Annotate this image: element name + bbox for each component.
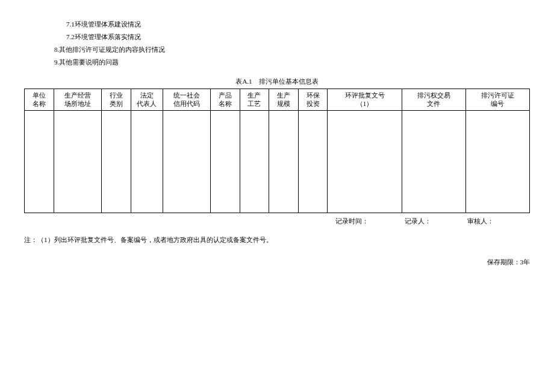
th-eia-approval: 环评批复文号（1） [328, 89, 402, 111]
table-footer-labels: 记录时间： 记录人： 审核人： [24, 217, 530, 226]
outline-item-8: 8.其他排污许可证规定的内容执行情况 [54, 43, 530, 56]
th-address: 生产经营场所地址 [54, 89, 101, 111]
cell [269, 111, 299, 213]
table-row [25, 111, 530, 213]
outline-section: 7.1环境管理体系建设情况 7.2环境管理体系落实情况 8.其他排污许可证规定的… [66, 18, 530, 69]
table-title: 表A.1 排污单位基本信息表 [24, 77, 530, 86]
auditor-label: 审核人： [467, 217, 494, 226]
retention-period: 保存期限：3年 [24, 258, 530, 267]
footnote: 注：（1）列出环评批复文件号、备案编号，或者地方政府出具的认定或备案文件号。 [24, 235, 530, 244]
cell [402, 111, 465, 213]
table-header-row: 单位名称 生产经营场所地址 行业类别 法定代表人 统一社会信用代码 产品名称 生… [25, 89, 530, 111]
th-unit-name: 单位名称 [25, 89, 54, 111]
outline-item-7-1: 7.1环境管理体系建设情况 [66, 18, 530, 31]
cell [102, 111, 131, 213]
outline-item-9: 9.其他需要说明的问题 [54, 56, 530, 69]
cell [163, 111, 210, 213]
th-credit-code: 统一社会信用代码 [163, 89, 210, 111]
cell [328, 111, 402, 213]
cell [240, 111, 269, 213]
info-table: 单位名称 生产经营场所地址 行业类别 法定代表人 统一社会信用代码 产品名称 生… [24, 89, 530, 214]
th-industry: 行业类别 [102, 89, 131, 111]
cell [465, 111, 529, 213]
record-time-label: 记录时间： [335, 217, 369, 226]
cell [25, 111, 54, 213]
th-legal-rep: 法定代表人 [131, 89, 163, 111]
th-product-name: 产品名称 [211, 89, 240, 111]
outline-item-7-2: 7.2环境管理体系落实情况 [66, 31, 530, 43]
th-permit-no: 排污许可证编号 [465, 89, 529, 111]
th-env-invest: 环保投资 [298, 89, 328, 111]
th-scale: 生产规模 [269, 89, 299, 111]
th-process: 生产工艺 [240, 89, 269, 111]
cell [54, 111, 101, 213]
recorder-label: 记录人： [405, 217, 431, 226]
cell [298, 111, 328, 213]
cell [131, 111, 163, 213]
th-emission-trade: 排污权交易文件 [402, 89, 465, 111]
cell [211, 111, 240, 213]
